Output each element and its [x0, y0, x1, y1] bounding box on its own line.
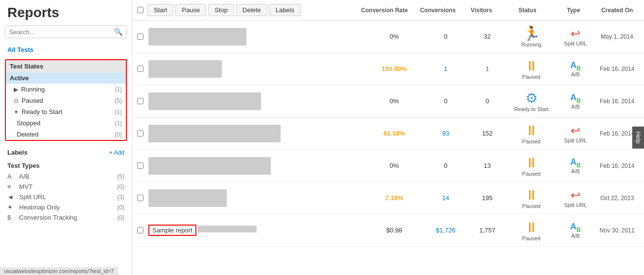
sidebar-item-running[interactable]: ▶ Running (1) — [6, 84, 126, 95]
start-button[interactable]: Start — [147, 4, 173, 16]
all-tests-link[interactable]: All Tests — [0, 44, 132, 55]
spliturl-icon: ↩ — [571, 27, 580, 41]
row-checkbox[interactable] — [137, 98, 143, 104]
test-thumbnail — [148, 125, 281, 142]
type-icon-wrap: AB A/B — [556, 157, 595, 175]
type-label: A/B — [571, 168, 580, 174]
test-types-title: Test Types — [0, 158, 132, 171]
ab-icon: AB — [570, 157, 581, 169]
ready-status-icon: ⚙ — [525, 90, 538, 106]
test-name-cell — [148, 28, 365, 46]
search-box[interactable]: 🔍 — [5, 25, 127, 38]
ab-type-label: A/B — [19, 173, 117, 180]
visitors: 13 — [468, 162, 507, 169]
conversions[interactable]: 93 — [424, 130, 468, 137]
running-status-icon: 🏃 — [523, 25, 540, 42]
status-cell: ⏸ Paused — [507, 219, 556, 241]
type-icon-wrap: AB A/B — [556, 222, 595, 239]
status-cell: 🏃 Running — [507, 25, 556, 47]
conversion-type-icon: $ — [7, 214, 15, 221]
test-name-cell — [148, 189, 365, 207]
delete-button[interactable]: Delete — [236, 4, 267, 16]
conversions[interactable]: 1 — [424, 65, 468, 72]
col-header-conversion-rate: Conversion Rate — [355, 7, 414, 14]
sidebar-item-paused[interactable]: ⊙ Paused (5) — [6, 95, 126, 106]
type-label: Split URL — [564, 202, 587, 208]
status-icon-wrap: ⏸ Paused — [507, 155, 556, 177]
ab-type-count: (5) — [117, 173, 124, 180]
status-icon-wrap: 🏃 Running — [507, 25, 556, 47]
mvt-type-label: MVT — [19, 183, 117, 190]
status-cell: ⏸ Paused — [507, 187, 556, 209]
type-cell: AB A/B — [556, 92, 595, 110]
ready-label: Ready to Start — [22, 108, 115, 115]
created-on: Oct 22, 2013 — [595, 195, 639, 202]
conversions[interactable]: $1,726 — [424, 227, 468, 234]
conversion-type-label: Conversion Tracking — [19, 214, 117, 221]
type-icon-wrap: AB A/B — [556, 60, 595, 78]
test-name-cell — [148, 92, 365, 110]
stopped-count: (1) — [115, 120, 122, 127]
footer-url: visualwebsiteoptimizer.com/reports/?test… — [0, 267, 118, 275]
stop-button[interactable]: Stop — [208, 4, 234, 16]
conversions: 0 — [424, 162, 468, 169]
visitors: 32 — [468, 33, 507, 40]
type-item-ab[interactable]: A A/B (5) — [0, 171, 132, 182]
status-label: Paused — [522, 203, 540, 209]
ab-icon: AB — [570, 60, 581, 72]
row-checkbox[interactable] — [137, 66, 143, 72]
pause-button[interactable]: Pause — [175, 4, 206, 16]
type-item-heatmap[interactable]: ✦ Heatmap Only (0) — [0, 202, 132, 212]
labels-button[interactable]: Labels — [269, 4, 301, 16]
type-item-mvt[interactable]: ≡ MVT (0) — [0, 182, 132, 192]
row-checkbox[interactable] — [137, 130, 143, 137]
toolbar: Start Pause Stop Delete Labels Conversio… — [132, 0, 644, 21]
row-checkbox[interactable] — [137, 33, 143, 40]
status-label: Paused — [522, 171, 540, 177]
col-header-conversions: Conversions — [416, 7, 460, 14]
sidebar-item-stopped[interactable]: Stopped (1) — [6, 117, 126, 129]
table-row: 0%013 ⏸ Paused AB A/B Feb 16, 2014 — [132, 150, 644, 182]
type-item-spliturl[interactable]: ◄ Split URL (3) — [0, 192, 132, 202]
visitors[interactable]: 1 — [468, 65, 507, 72]
sidebar: Reports 🔍 All Tests Test States Active ▶… — [0, 0, 132, 275]
table-row: Sample report $0.98$1,7261,757 ⏸ Paused … — [132, 214, 644, 247]
table-row: 0%00 ⚙ Ready to Start AB A/B Feb 16, 201… — [132, 85, 644, 117]
search-input[interactable] — [9, 28, 114, 36]
help-tab[interactable]: Help — [632, 127, 644, 149]
conversion-rate: 61.18% — [365, 130, 424, 137]
visitors: 0 — [468, 97, 507, 105]
select-all-checkbox[interactable] — [137, 7, 143, 13]
conversions[interactable]: 14 — [424, 194, 468, 202]
labels-title: Labels — [7, 149, 109, 156]
sample-report-label: Sample report — [152, 227, 192, 234]
type-cell: AB A/B — [556, 157, 595, 175]
col-header-type: Type — [554, 7, 593, 14]
labels-section: Labels + Add — [0, 145, 132, 158]
stopped-label: Stopped — [17, 119, 115, 127]
test-thumbnail — [148, 28, 246, 46]
ready-icon: ✦ — [14, 109, 19, 115]
paused-icon: ⊙ — [14, 97, 19, 104]
ab-icon: AB — [570, 92, 581, 104]
paused-label: Paused — [22, 97, 115, 104]
type-cell: ↩ Split URL — [556, 188, 595, 208]
test-thumbnail — [148, 157, 271, 175]
sidebar-item-deleted[interactable]: Deleted (0) — [6, 129, 126, 140]
running-label: Running — [21, 86, 115, 93]
sidebar-item-ready[interactable]: ✦ Ready to Start (1) — [6, 106, 126, 117]
row-checkbox[interactable] — [137, 162, 143, 169]
test-states-section: Test States Active ▶ Running (1) ⊙ Pause… — [5, 59, 127, 141]
row-checkbox[interactable] — [137, 227, 143, 233]
heatmap-type-icon: ✦ — [7, 204, 15, 211]
add-label-button[interactable]: + Add — [109, 149, 124, 156]
row-checkbox[interactable] — [137, 195, 143, 201]
status-icon-wrap: ⏸ Paused — [507, 187, 556, 209]
created-on: Feb 16, 2014 — [595, 66, 639, 72]
table-row: 61.18%93152 ⏸ Paused ↩ Split URL Feb 16,… — [132, 117, 644, 150]
type-item-conversion[interactable]: $ Conversion Tracking (0) — [0, 212, 132, 223]
ready-count: (1) — [115, 109, 122, 115]
type-cell: ↩ Split URL — [556, 27, 595, 46]
status-label: Running — [522, 42, 542, 47]
col-header-created-on: Created On — [595, 7, 639, 14]
